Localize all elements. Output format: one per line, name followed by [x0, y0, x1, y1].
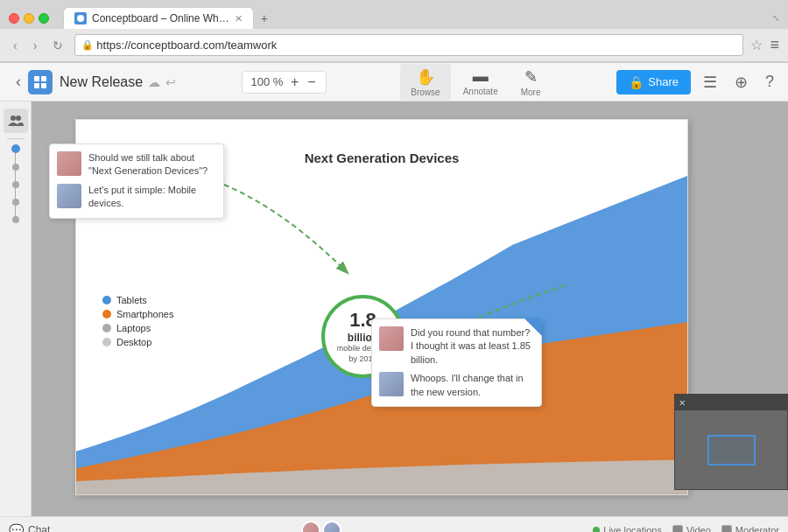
title-bar: Conceptboard – Online Wh… ✕ + ⤡ — [0, 0, 788, 29]
chat-button[interactable]: 💬 Chat — [9, 523, 50, 533]
legend-item-smartphones: Smartphones — [102, 309, 173, 319]
comment-text-3: Did you round that number? I thought it … — [411, 326, 534, 367]
new-tab-button[interactable]: + — [254, 8, 275, 29]
legend-label-laptops: Laptops — [116, 323, 151, 333]
timeline-connector-3 — [15, 188, 16, 199]
address-bar: ‹ › ↻ 🔒 https://conceptboard.com/teamwor… — [0, 29, 788, 62]
svg-point-0 — [77, 15, 84, 22]
left-sidebar — [0, 102, 32, 516]
comment-bubble-1[interactable]: Should we still talk about "Next Generat… — [49, 144, 224, 219]
comment-text-4: Whoops. I'll change that in the new vers… — [411, 372, 534, 399]
users-sidebar-icon[interactable] — [4, 108, 28, 133]
back-nav-button[interactable]: ‹ — [9, 37, 22, 54]
zoom-out-button[interactable]: − — [305, 74, 318, 90]
canvas-area[interactable]: Next Generation Devices Tablets Smartpho — [32, 102, 788, 516]
comment-row-1: Should we still talk about "Next Generat… — [57, 151, 216, 178]
browser-chrome: Conceptboard – Online Wh… ✕ + ⤡ ‹ › ↻ 🔒 … — [0, 0, 788, 63]
svg-point-6 — [16, 116, 21, 121]
legend-label-desktop: Desktop — [116, 337, 151, 347]
legend-label-tablets: Tablets — [116, 295, 147, 305]
comment-avatar-4 — [379, 372, 404, 396]
share-label: Share — [648, 75, 679, 88]
attach-button[interactable]: ⊕ — [729, 69, 753, 95]
mini-map-close-icon[interactable]: ✕ — [679, 398, 686, 408]
legend-label-smartphones: Smartphones — [116, 309, 173, 319]
list-button[interactable]: ☰ — [698, 69, 722, 95]
comment-row-3: Did you round that number? I thought it … — [379, 326, 534, 367]
bottom-avatars — [301, 521, 341, 533]
moderator-checkbox — [721, 525, 732, 533]
zoom-in-button[interactable]: + — [288, 74, 301, 90]
video-label: Video — [686, 525, 711, 533]
tab-close-icon[interactable]: ✕ — [235, 13, 243, 24]
avatar-image-3 — [379, 326, 404, 351]
comment-bubble-2[interactable]: Did you round that number? I thought it … — [371, 318, 542, 407]
annotate-tool-button[interactable]: ▬ Annotate — [453, 64, 509, 101]
mini-map[interactable]: ✕ — [674, 394, 788, 490]
mini-map-canvas — [675, 410, 787, 489]
cloud-save-icon[interactable]: ☁ — [148, 75, 160, 89]
refresh-button[interactable]: ↻ — [48, 37, 67, 54]
timeline-node-4[interactable] — [12, 199, 19, 206]
comment-row-4: Whoops. I'll change that in the new vers… — [379, 372, 534, 399]
browse-tool-button[interactable]: ✋ Browse — [400, 64, 450, 101]
address-wrapper: 🔒 https://conceptboard.com/teamwork — [74, 34, 743, 56]
address-input[interactable]: https://conceptboard.com/teamwork — [74, 34, 743, 56]
legend-item-laptops: Laptops — [102, 323, 173, 333]
mini-map-viewport[interactable] — [707, 435, 756, 466]
annotate-tool-icon: ▬ — [473, 67, 489, 86]
close-button[interactable] — [9, 13, 19, 24]
lock-icon: 🔒 — [81, 39, 94, 51]
legend-item-desktop: Desktop — [102, 337, 173, 347]
chat-label: Chat — [28, 524, 50, 533]
timeline-node-3[interactable] — [12, 181, 19, 188]
app-logo — [28, 70, 53, 94]
live-locations-status[interactable]: Live locations — [593, 525, 662, 533]
browse-tool-label: Browse — [411, 88, 440, 97]
timeline-node-2[interactable] — [12, 164, 19, 171]
chart-legend: Tablets Smartphones Laptops Desktop — [102, 295, 173, 351]
tool-group: ✋ Browse ▬ Annotate ✎ More — [400, 64, 551, 101]
timeline-node-5[interactable] — [12, 216, 19, 223]
legend-dot-smartphones — [102, 310, 111, 318]
chat-icon: 💬 — [9, 523, 24, 533]
active-tab[interactable]: Conceptboard – Online Wh… ✕ — [63, 7, 254, 29]
timeline-node-1[interactable] — [11, 144, 20, 153]
forward-nav-button[interactable]: › — [29, 37, 42, 54]
share-button[interactable]: 🔒 Share — [616, 70, 691, 94]
title-icons: ☁ ↩ — [148, 75, 176, 89]
tab-favicon — [74, 12, 87, 24]
undo-icon[interactable]: ↩ — [165, 75, 176, 89]
comment-corner-badge — [524, 318, 542, 336]
logo-area: New Release — [28, 70, 143, 94]
bookmark-button[interactable]: ☆ — [750, 37, 763, 53]
video-status[interactable]: Video — [672, 525, 711, 533]
traffic-lights — [9, 13, 49, 24]
maximize-button[interactable] — [39, 13, 49, 24]
bottom-bar: 💬 Chat Live locations Video Moderator — [0, 516, 788, 532]
legend-item-tablets: Tablets — [102, 295, 173, 305]
avatar-image-2 — [57, 184, 81, 208]
comment-text-1: Should we still talk about "Next Generat… — [88, 151, 216, 178]
more-tool-button[interactable]: ✎ More — [510, 64, 552, 101]
bottom-status: Live locations Video Moderator — [593, 525, 779, 533]
browse-tool-icon: ✋ — [416, 67, 435, 87]
app-back-button[interactable]: ‹ — [9, 69, 28, 94]
svg-rect-3 — [34, 83, 39, 88]
help-button[interactable]: ? — [760, 69, 779, 94]
tab-title: Conceptboard – Online Wh… — [92, 12, 229, 24]
comment-avatar-2 — [57, 184, 81, 208]
svg-rect-2 — [41, 76, 46, 81]
comment-avatar-3 — [379, 326, 404, 351]
svg-point-5 — [11, 116, 16, 121]
svg-rect-1 — [34, 76, 39, 81]
toolbar-right: 🔒 Share ☰ ⊕ ? — [616, 69, 779, 95]
comment-row-2: Let's put it simple: Mobile devices. — [57, 184, 216, 211]
more-tool-label: More — [521, 88, 541, 97]
tab-bar: Conceptboard – Online Wh… ✕ + — [63, 7, 275, 29]
video-checkbox — [672, 525, 683, 533]
more-tool-icon: ✎ — [524, 67, 538, 87]
minimize-button[interactable] — [24, 13, 34, 24]
moderator-status[interactable]: Moderator — [721, 525, 779, 533]
browser-menu-button[interactable]: ≡ — [770, 36, 779, 54]
